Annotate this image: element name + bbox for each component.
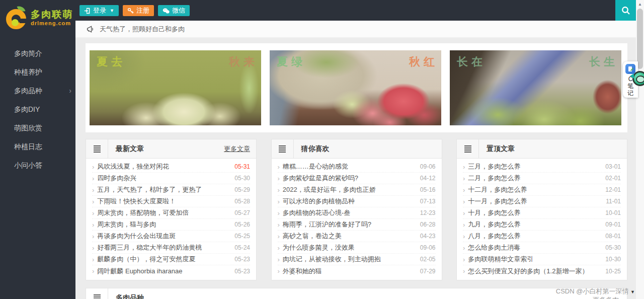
article-columns: 最新文章 更多文章 ›风吹浅浅夏，独坐对闲花05-31›四时多肉杂兴05-30›…	[86, 139, 627, 280]
sidebar-item-label: 种植日志	[14, 142, 42, 151]
article-date: 05-29	[234, 186, 250, 193]
article-date: 05-26	[234, 221, 250, 228]
article-list-item[interactable]: ›三月，多肉怎么养03-01	[463, 161, 621, 173]
article-date: 05-23	[234, 256, 250, 263]
topbar-buttons: 登录 ▼ 注册 微信	[79, 5, 190, 16]
banner-caption: 夏绿	[277, 54, 306, 69]
chevron-right-icon: ›	[463, 256, 465, 263]
article-title: 麒麟多肉（中），得之可安然度夏	[97, 255, 230, 264]
scroll-up-arrow-icon[interactable]: ▲	[636, 0, 644, 8]
article-list-item[interactable]: ›2022，或是好运年，多肉也正娇05-16	[278, 184, 436, 196]
article-list-item[interactable]: ›九月，多肉怎么养09-01	[463, 219, 621, 231]
article-list-item[interactable]: ›外婆和她的猫07-29	[278, 265, 436, 277]
sidebar-item-1[interactable]: 多肉简介	[0, 44, 75, 63]
article-date: 10-25	[605, 268, 621, 275]
article-list-item[interactable]: ›八月，多肉怎么养08-01	[463, 231, 621, 242]
wechat-icon	[163, 8, 170, 14]
mascot-icon[interactable]	[632, 71, 644, 86]
article-list-item[interactable]: ›好看两三月，稳定大半年的奶油黄桃05-24	[92, 242, 250, 254]
article-list-item[interactable]: ›高砂之翁，卷边之美04-23	[278, 231, 436, 242]
article-list-item[interactable]: ›风吹浅浅夏，独坐对闲花05-31	[92, 161, 250, 173]
article-list-item[interactable]: ›十二月，多肉怎么养12-01	[463, 184, 621, 196]
sidebar-item-5[interactable]: 萌图欣赏	[0, 119, 75, 137]
chevron-right-icon: ›	[92, 186, 94, 194]
article-title: 周末赏肉，搭配萌物，可爱加倍	[97, 208, 230, 217]
article-list-item[interactable]: ›糟糕……是心动的感觉09-06	[278, 161, 436, 173]
banner-image-summer-green[interactable]: 夏绿 秋红	[270, 50, 441, 125]
wechat-button[interactable]: 微信	[158, 5, 190, 16]
next-section-partial: 多肉品种	[86, 288, 627, 299]
column-title: 最新文章	[116, 144, 144, 154]
sidebar-item-label: 多肉品种	[14, 87, 42, 95]
sidebar-item-label: 萌图欣赏	[14, 124, 42, 132]
chevron-right-icon: ›	[463, 198, 465, 205]
banner-panel: 夏去 秋来 夏绿 秋红 长在 长生	[86, 43, 627, 132]
article-list-item[interactable]: ›多肉植物的花语心境-叁12-23	[278, 207, 436, 219]
article-list-item[interactable]: ›梅雨季，江浙沪的准备好了吗?06-28	[278, 219, 436, 231]
article-title: 周末赏肉，猫与多肉	[97, 220, 230, 229]
chevron-right-icon: ›	[278, 244, 280, 252]
column-header: 猜你喜欢	[272, 139, 442, 159]
chevron-right-icon: ›	[278, 186, 280, 194]
search-button[interactable]	[615, 0, 636, 21]
article-list-item[interactable]: ›多肉紫砂盆是真的紫砂吗?04-12	[278, 173, 436, 184]
article-date: 04-12	[420, 175, 436, 182]
article-title: 风吹浅浅夏，独坐对闲花	[97, 162, 230, 171]
article-list-item[interactable]: ›周末赏肉，猫与多肉05-26	[92, 219, 250, 231]
article-list-item[interactable]: ›二月，多肉怎么养02-01	[463, 173, 621, 184]
list-icon	[272, 139, 294, 159]
article-title: 好看两三月，稳定大半年的奶油黄桃	[97, 243, 230, 252]
article-list-item[interactable]: ›下雨啦！快快长大度夏啦！05-28	[92, 196, 250, 207]
article-title: 再谈多肉为什么会出现血斑	[97, 232, 230, 241]
chevron-right-icon: ›	[278, 163, 280, 171]
column-title: 多肉品种	[116, 293, 144, 299]
wechat-label: 微信	[172, 6, 185, 15]
article-date: 06-28	[420, 221, 436, 228]
banner-image-summer-goes[interactable]: 夏去 秋来	[90, 50, 261, 125]
chevron-right-icon: ›	[92, 267, 94, 275]
article-title: 怎么买到便宜又好的多肉（1.2新增一家）	[468, 267, 601, 276]
chevron-right-icon: ›	[278, 175, 280, 182]
sidebar-item-6[interactable]: 种植日志	[0, 137, 75, 156]
article-list-item[interactable]: ›十月，多肉怎么养10-01	[463, 207, 621, 219]
chevron-right-icon: ›	[463, 221, 465, 229]
article-list-item[interactable]: ›十一月，多肉怎么养11-01	[463, 196, 621, 207]
article-title: 怎么给多肉土消毒	[468, 243, 601, 252]
chevron-right-icon: ›	[463, 163, 465, 171]
article-list-item[interactable]: ›麒麟多肉（中），得之可安然度夏05-23	[92, 254, 250, 265]
more-articles-link[interactable]: 更多文章	[224, 144, 250, 154]
chevron-right-icon: ›	[92, 175, 94, 182]
megaphone-icon	[87, 26, 95, 33]
notice-bar: 天气热了，照顾好自己和多肉	[75, 21, 636, 38]
scrollbar[interactable]: ▲	[636, 0, 644, 299]
sidebar-item-2[interactable]: 种植养护	[0, 63, 75, 82]
article-list-item[interactable]: ›为什么喷多菌灵，没效果09-06	[278, 242, 436, 254]
article-date: 05-30	[234, 175, 250, 182]
article-list-item[interactable]: ›怎么给多肉土消毒05-30	[463, 242, 621, 254]
register-button[interactable]: 注册	[123, 5, 154, 16]
article-date: 05-23	[234, 268, 250, 275]
sidebar-item-7[interactable]: 小问小答	[0, 156, 75, 175]
article-title: 九月，多肉怎么养	[468, 220, 601, 229]
sidebar-item-3[interactable]: 多肉品种›	[0, 82, 75, 100]
article-list-item[interactable]: ›肉坑记，从被动接收，到主动拥抱02-05	[278, 254, 436, 265]
column-guess-you-like: 猜你喜欢 ›糟糕……是心动的感觉09-06›多肉紫砂盆是真的紫砂吗?04-12›…	[271, 139, 442, 280]
banner-image-evergreen[interactable]: 长在 长生	[450, 50, 621, 125]
article-list-item[interactable]: ›多肉联萌精华文章索引10-30	[463, 254, 621, 265]
article-date: 10-01	[605, 209, 621, 216]
sidebar-item-4[interactable]: 多肉DIY	[0, 100, 75, 119]
article-date: 05-16	[420, 186, 436, 193]
article-list-item[interactable]: ›再谈多肉为什么会出现血斑05-25	[92, 231, 250, 242]
article-title: 肉坑记，从被动接收，到主动拥抱	[283, 255, 416, 264]
article-list-item[interactable]: ›怎么买到便宜又好的多肉（1.2新增一家）10-25	[463, 265, 621, 277]
article-list-item[interactable]: ›周末赏肉，搭配萌物，可爱加倍05-27	[92, 207, 250, 219]
article-list-item[interactable]: ›阔叶麒麟 Euphorbia iharanae05-23	[92, 265, 250, 277]
sidebar-item-label: 多肉简介	[14, 49, 42, 57]
scrollbar-thumb[interactable]	[637, 9, 643, 69]
chevron-right-icon: ›	[92, 163, 94, 171]
login-button[interactable]: 登录 ▼	[79, 5, 119, 16]
article-list-item[interactable]: ›五月，天气热了，枯叶多了，更热了05-29	[92, 184, 250, 196]
article-list-item[interactable]: ›可以水培的多肉植物品种07-13	[278, 196, 436, 207]
article-list-item[interactable]: ›四时多肉杂兴05-30	[92, 173, 250, 184]
site-logo[interactable]: 多肉联萌 drlmeng.com	[6, 6, 73, 29]
